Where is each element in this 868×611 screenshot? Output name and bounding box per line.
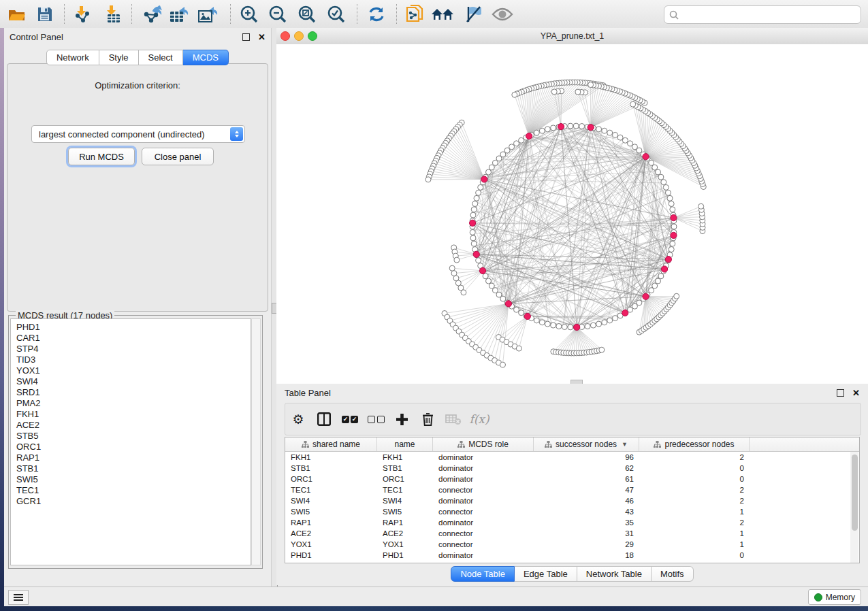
mcds-result-list[interactable]: PHD1CAR1STP4TID3YOX1SWI4SRD1PMA2FKH1ACE2…: [10, 318, 251, 565]
run-mcds-button[interactable]: Run MCDS: [68, 148, 135, 165]
result-item[interactable]: PHD1: [16, 322, 251, 333]
apply-layout-button[interactable]: [365, 3, 388, 25]
column-visibility-button[interactable]: [311, 406, 337, 433]
save-session-button[interactable]: [33, 3, 57, 25]
table-panel: Table Panel ✕ ⚙ ✓✓ f(x) shared namenameM…: [276, 384, 868, 585]
tab-network[interactable]: Network: [46, 50, 99, 65]
table-cell: 43: [534, 508, 639, 516]
column-label: shared name: [312, 440, 360, 449]
float-panel-icon[interactable]: [837, 389, 844, 397]
result-item[interactable]: YOX1: [16, 365, 251, 376]
close-panel-button[interactable]: Close panel: [142, 148, 214, 165]
table-cell: SWI4: [377, 497, 433, 505]
float-panel-icon[interactable]: [242, 33, 250, 41]
table-scrollbar[interactable]: [850, 452, 858, 563]
column-header-name[interactable]: name: [377, 437, 433, 451]
table-row[interactable]: TEC1TEC1connector472: [285, 484, 859, 495]
tab-network-table[interactable]: Network Table: [577, 566, 652, 582]
table-row[interactable]: ORC1ORC1dominator610: [285, 474, 859, 484]
table-row[interactable]: FKH1FKH1dominator962: [285, 452, 859, 463]
search-box[interactable]: [664, 5, 861, 24]
table-cell: SWI5: [285, 508, 377, 516]
tab-select[interactable]: Select: [139, 50, 183, 65]
tab-style[interactable]: Style: [99, 50, 139, 65]
table-row[interactable]: PHD1PHD1dominator180: [285, 550, 859, 561]
table-options-button[interactable]: ⚙: [285, 406, 311, 433]
open-session-button[interactable]: [5, 3, 29, 25]
close-panel-icon[interactable]: ✕: [258, 33, 266, 42]
result-item[interactable]: GCR1: [16, 496, 251, 507]
network-window-title: YPA_prune.txt_1: [276, 31, 868, 41]
show-all-button[interactable]: [491, 3, 514, 25]
table-cell: TEC1: [285, 486, 377, 494]
hide-selected-button[interactable]: [462, 3, 485, 25]
zoom-fit-button[interactable]: [295, 3, 319, 25]
main-toolbar: [0, 0, 868, 29]
import-network-button[interactable]: [71, 3, 95, 25]
deselect-all-button[interactable]: [363, 406, 389, 433]
export-network-button[interactable]: [141, 3, 164, 25]
tab-mcds[interactable]: MCDS: [183, 50, 229, 65]
task-history-button[interactable]: [8, 590, 29, 605]
zoom-selected-button[interactable]: [325, 3, 348, 25]
delete-column-button[interactable]: [415, 406, 440, 433]
result-item[interactable]: TID3: [16, 354, 251, 365]
network-window: YPA_prune.txt_1: [276, 28, 868, 378]
table-cell: dominator: [433, 453, 534, 461]
memory-button[interactable]: Memory: [808, 589, 861, 605]
search-input[interactable]: [679, 8, 861, 22]
zoom-in-button[interactable]: [238, 3, 261, 25]
table-cell: 29: [534, 540, 639, 548]
table-cell: 0: [639, 475, 750, 483]
export-image-button[interactable]: [196, 3, 219, 25]
new-network-from-selection-button[interactable]: [403, 3, 426, 25]
result-item[interactable]: PMA2: [16, 398, 251, 409]
table-row[interactable]: SWI5SWI5connector431: [285, 506, 859, 517]
table-cell: dominator: [433, 497, 534, 505]
table-row[interactable]: RAP1RAP1dominator352: [285, 517, 859, 528]
table-cell: TEC1: [377, 486, 433, 494]
node-table[interactable]: shared namenameMCDS rolesuccessor nodes▼…: [285, 437, 860, 563]
scrollbar-thumb[interactable]: [852, 455, 858, 531]
table-row[interactable]: STB1STB1dominator620: [285, 463, 859, 474]
result-item[interactable]: SRD1: [16, 387, 251, 398]
column-header-predecessor-nodes[interactable]: predecessor nodes: [639, 437, 750, 451]
result-item[interactable]: SWI5: [16, 474, 251, 485]
tab-node-table[interactable]: Node Table: [451, 566, 515, 582]
table-row[interactable]: YOX1YOX1connector291: [285, 539, 859, 550]
import-table-button[interactable]: [101, 3, 125, 25]
result-item[interactable]: STB1: [16, 463, 251, 474]
toolbar-separator: [64, 4, 65, 24]
result-item[interactable]: FKH1: [16, 409, 251, 420]
network-window-titlebar[interactable]: YPA_prune.txt_1: [276, 28, 868, 45]
tab-motifs[interactable]: Motifs: [652, 566, 694, 582]
refresh-icon: [367, 5, 386, 23]
column-header-shared-name[interactable]: shared name: [285, 437, 377, 451]
column-header-MCDS-role[interactable]: MCDS role: [433, 437, 534, 451]
result-list-scrollbar[interactable]: [251, 318, 261, 565]
export-table-icon: [169, 5, 189, 23]
add-column-button[interactable]: [389, 406, 415, 433]
result-item[interactable]: SWI4: [16, 376, 251, 387]
criterion-dropdown[interactable]: largest connected component (undirected): [31, 125, 245, 143]
column-header-successor-nodes[interactable]: successor nodes▼: [534, 437, 639, 451]
result-item[interactable]: CAR1: [16, 333, 251, 344]
zoom-out-button[interactable]: [266, 3, 289, 25]
table-cell: 31: [534, 529, 639, 538]
export-table-button[interactable]: [167, 3, 191, 25]
first-neighbors-button[interactable]: [431, 3, 454, 25]
horizontal-splitter[interactable]: [276, 378, 868, 384]
table-row[interactable]: SWI4SWI4dominator462: [285, 495, 859, 506]
result-item[interactable]: TEC1: [16, 485, 251, 496]
result-item[interactable]: RAP1: [16, 452, 251, 463]
result-item[interactable]: ACE2: [16, 420, 251, 431]
tab-edge-table[interactable]: Edge Table: [515, 566, 577, 582]
close-panel-icon[interactable]: ✕: [852, 389, 860, 397]
result-item[interactable]: STP4: [16, 344, 251, 354]
result-item[interactable]: ORC1: [16, 442, 251, 452]
select-all-button[interactable]: ✓✓: [337, 406, 363, 433]
toolbar-separator: [357, 4, 357, 24]
network-canvas[interactable]: [276, 44, 868, 378]
table-row[interactable]: ACE2ACE2connector311: [285, 528, 859, 539]
result-item[interactable]: STB5: [16, 431, 251, 442]
